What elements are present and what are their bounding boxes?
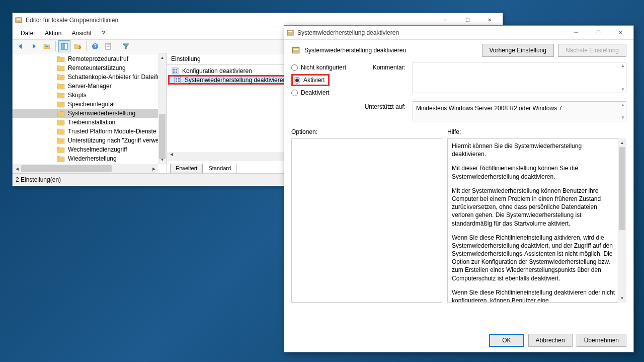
- up-button[interactable]: [41, 40, 53, 52]
- tab-standard[interactable]: Standard: [203, 164, 236, 173]
- radio-label: Aktiviert: [303, 77, 325, 84]
- policy-icon: [286, 29, 294, 37]
- tree-item-label: Remoteunterstützung: [68, 64, 126, 71]
- tree-item-label: Systemwiederherstellung: [68, 110, 135, 117]
- dialog-titlebar[interactable]: Systemwiederherstellung deaktivieren ─ ☐…: [284, 26, 633, 40]
- tree-item-label: Trusted Platform Module-Dienste: [68, 128, 156, 135]
- list-item-label: Systemwiederherstellung deaktivieren: [185, 77, 286, 84]
- help-button[interactable]: ?: [89, 40, 101, 52]
- help-paragraph: Hiermit können Sie die Systemwiederherst…: [452, 142, 615, 158]
- tree-item-label: Unterstützung nach "Zugriff verwe: [68, 137, 159, 144]
- help-paragraph: Mit der Systemwiederherstellung können B…: [452, 187, 615, 228]
- dialog-maximize-button[interactable]: ☐: [587, 26, 609, 40]
- scroll-down-icon[interactable]: ▼: [618, 294, 626, 303]
- tree-item-label: Remoteprozeduraufruf: [68, 55, 128, 62]
- properties-button[interactable]: [102, 40, 114, 52]
- show-tree-button[interactable]: [58, 40, 70, 52]
- dialog-minimize-button[interactable]: ─: [565, 26, 587, 40]
- radio-label: Deaktiviert: [301, 89, 330, 96]
- tab-extended[interactable]: Erweitert: [170, 164, 203, 173]
- scroll-thumb[interactable]: [159, 114, 166, 159]
- tree-item[interactable]: Wechselmedienzugriff: [13, 145, 167, 154]
- svg-rect-19: [287, 30, 293, 35]
- tree-item[interactable]: Remoteunterstützung: [13, 63, 167, 73]
- svg-rect-13: [176, 71, 177, 73]
- tree-item[interactable]: Skripts: [13, 91, 167, 100]
- prev-setting-button[interactable]: Vorherige Einstellung: [482, 44, 554, 57]
- scroll-left-icon[interactable]: ◀: [167, 152, 176, 161]
- radio-icon: [291, 64, 298, 71]
- menu-action[interactable]: Aktion: [40, 29, 66, 38]
- options-box: [291, 138, 442, 303]
- cancel-button[interactable]: Abbrechen: [528, 334, 573, 347]
- svg-rect-20: [288, 31, 292, 32]
- tree-item-label: Schattenkopie-Anbieter für Dateifr: [68, 74, 159, 81]
- main-title: Editor für lokale Gruppenrichtlinien: [26, 17, 434, 24]
- tree-item[interactable]: Wiederherstellung: [13, 154, 167, 163]
- dialog-title: Systemwiederherstellung deaktivieren: [297, 29, 565, 36]
- app-icon: [15, 16, 23, 24]
- svg-rect-9: [172, 68, 178, 74]
- svg-rect-18: [178, 81, 180, 82]
- dialog-close-button[interactable]: ✕: [609, 26, 631, 40]
- scroll-left-icon[interactable]: ◀: [13, 164, 21, 173]
- menu-file[interactable]: Datei: [16, 29, 40, 38]
- comment-textarea[interactable]: ▲▼: [413, 62, 626, 93]
- radio-label: Nicht konfiguriert: [301, 64, 346, 71]
- help-paragraph: Wenn Sie diese Richtlinieneinstellung de…: [452, 288, 615, 303]
- svg-rect-3: [64, 43, 67, 49]
- tree-item[interactable]: Unterstützung nach "Zugriff verwe: [13, 136, 167, 145]
- policy-dialog: Systemwiederherstellung deaktivieren ─ ☐…: [284, 25, 634, 352]
- tree-item[interactable]: Trusted Platform Module-Dienste: [13, 127, 167, 136]
- export-button[interactable]: [71, 40, 84, 52]
- tree-item[interactable]: Server-Manager: [13, 82, 167, 91]
- help-paragraph: Mit dieser Richtlinieneinstellung können…: [452, 164, 615, 180]
- svg-rect-11: [176, 69, 177, 70]
- dialog-heading: Systemwiederherstellung deaktivieren: [304, 47, 478, 54]
- options-label: Optionen:: [291, 128, 442, 135]
- scroll-right-icon[interactable]: ▶: [149, 164, 158, 173]
- scroll-up-icon[interactable]: ▲: [158, 53, 167, 62]
- svg-rect-17: [176, 81, 177, 82]
- ok-button[interactable]: OK: [489, 334, 524, 347]
- help-box: Hiermit können Sie die Systemwiederherst…: [447, 138, 626, 303]
- scroll-down-icon[interactable]: ▼: [158, 156, 167, 164]
- filter-button[interactable]: [120, 40, 132, 52]
- tree-item-label: Wechselmedienzugriff: [68, 146, 127, 153]
- radio-icon: [294, 77, 300, 84]
- status-text: 2 Einstellung(en): [16, 176, 61, 183]
- svg-rect-14: [175, 77, 181, 83]
- scroll-up-icon[interactable]: ▲: [618, 138, 626, 147]
- supported-label: Unterstützt auf:: [361, 103, 406, 110]
- radio-not-configured[interactable]: Nicht konfiguriert: [291, 62, 357, 73]
- forward-button[interactable]: [28, 40, 40, 52]
- help-scrollbar[interactable]: ▲ ▼: [618, 138, 626, 303]
- svg-rect-0: [16, 18, 22, 23]
- dialog-footer: OK Abbrechen Übernehmen: [489, 334, 626, 347]
- tree-item-label: Treiberinstallation: [68, 119, 115, 126]
- svg-rect-10: [173, 69, 175, 70]
- svg-rect-22: [294, 49, 298, 50]
- help-label: Hilfe:: [447, 128, 626, 135]
- tree-item[interactable]: Remoteprozeduraufruf: [13, 54, 167, 63]
- scroll-thumb[interactable]: [619, 147, 625, 230]
- radio-disabled[interactable]: Deaktiviert: [291, 87, 357, 98]
- svg-rect-2: [61, 43, 64, 49]
- radio-enabled[interactable]: Aktiviert: [291, 74, 330, 86]
- svg-text:?: ?: [94, 44, 97, 49]
- back-button[interactable]: [15, 40, 27, 52]
- tree-panel: RemoteprozeduraufrufRemoteunterstützungS…: [13, 53, 167, 173]
- tree-scrollbar-vertical[interactable]: ▲ ▼: [158, 53, 167, 164]
- supported-on-box: Mindestens Windows Server 2008 R2 oder W…: [413, 101, 626, 121]
- tree-item[interactable]: Schattenkopie-Anbieter für Dateifr: [13, 73, 167, 82]
- menu-view[interactable]: Ansicht: [66, 29, 96, 38]
- svg-rect-21: [292, 47, 299, 53]
- menu-help[interactable]: ?: [97, 29, 110, 38]
- tree-scrollbar-horizontal[interactable]: ◀ ▶: [13, 164, 158, 173]
- apply-button[interactable]: Übernehmen: [577, 334, 626, 347]
- svg-rect-12: [173, 71, 175, 73]
- tree-item[interactable]: Speicherintegrität: [13, 100, 167, 109]
- tree-item[interactable]: Systemwiederherstellung: [13, 109, 167, 118]
- scroll-thumb-h[interactable]: [21, 165, 112, 172]
- tree-item[interactable]: Treiberinstallation: [13, 118, 167, 127]
